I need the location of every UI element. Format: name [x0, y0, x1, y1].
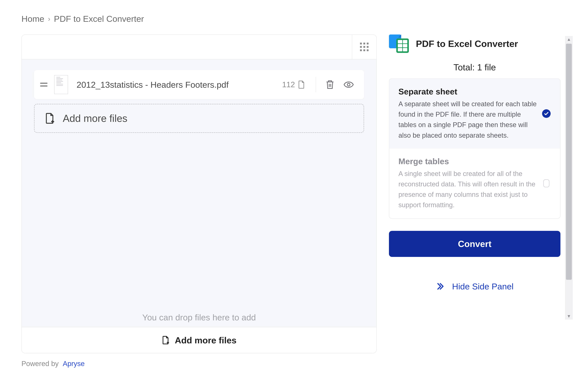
breadcrumb: Home › PDF to Excel Converter [21, 14, 567, 24]
svg-point-0 [347, 83, 350, 86]
grid-view-button[interactable] [352, 35, 376, 59]
scroll-down-arrow-icon[interactable]: ▼ [567, 313, 571, 320]
page-icon [298, 80, 305, 89]
add-more-files-footer-button[interactable]: Add more files [22, 327, 376, 353]
preview-button[interactable] [342, 78, 356, 92]
option-description: A separate sheet will be created for eac… [398, 99, 537, 141]
breadcrumb-current: PDF to Excel Converter [54, 14, 144, 24]
option-check [542, 87, 551, 141]
separator [316, 77, 316, 92]
option-description: A single sheet will be created for all o… [398, 168, 537, 210]
pdf-to-excel-icon [389, 35, 409, 53]
chevron-double-right-icon [436, 282, 444, 290]
powered-by: Powered by Apryse [21, 359, 377, 368]
file-name-label: 2012_13statistics - Headers Footers.pdf [77, 80, 282, 90]
option-title: Merge tables [398, 157, 537, 166]
page-count: 112 [282, 80, 305, 89]
panel-header [22, 35, 376, 59]
add-more-files-footer-label: Add more files [175, 335, 237, 345]
powered-by-prefix: Powered by [21, 360, 59, 368]
grid-icon [360, 43, 369, 51]
options-box: Separate sheet A separate sheet will be … [389, 79, 561, 219]
option-separate-sheet[interactable]: Separate sheet A separate sheet will be … [389, 79, 560, 148]
hide-side-panel-label: Hide Side Panel [452, 282, 514, 291]
side-panel-title: PDF to Excel Converter [416, 39, 518, 49]
chevron-right-icon: › [48, 15, 50, 23]
check-circle-icon [542, 109, 551, 118]
hide-side-panel-button[interactable]: Hide Side Panel [389, 282, 561, 291]
panel-body: 2012_13statistics - Headers Footers.pdf … [22, 59, 376, 327]
total-files-label: Total: 1 file [389, 62, 561, 72]
file-panel: 2012_13statistics - Headers Footers.pdf … [21, 35, 377, 353]
option-merge-tables[interactable]: Merge tables A single sheet will be crea… [389, 148, 560, 218]
trash-icon [325, 80, 334, 90]
delete-button[interactable] [323, 78, 337, 92]
side-panel-header: PDF to Excel Converter [389, 35, 561, 53]
drag-handle-icon[interactable] [40, 83, 48, 87]
option-title: Separate sheet [398, 87, 537, 96]
option-check [542, 157, 551, 210]
scrollbar-thumb[interactable] [566, 44, 572, 280]
file-row: 2012_13statistics - Headers Footers.pdf … [34, 70, 364, 99]
scrollbar[interactable]: ▲ ▼ [565, 36, 573, 320]
add-file-icon [45, 112, 54, 124]
page-count-value: 112 [282, 80, 295, 89]
add-more-files-dropzone[interactable]: Add more files [34, 104, 364, 133]
empty-check-icon [543, 179, 550, 187]
powered-by-vendor-link[interactable]: Apryse [63, 360, 85, 368]
add-file-icon [162, 336, 169, 345]
add-more-files-label: Add more files [63, 112, 128, 124]
drop-hint-text: You can drop files here to add [22, 312, 376, 322]
scroll-up-arrow-icon[interactable]: ▲ [567, 36, 571, 43]
breadcrumb-home[interactable]: Home [21, 14, 44, 24]
eye-icon [343, 81, 354, 88]
convert-button[interactable]: Convert [389, 231, 561, 257]
file-thumbnail [54, 75, 68, 94]
